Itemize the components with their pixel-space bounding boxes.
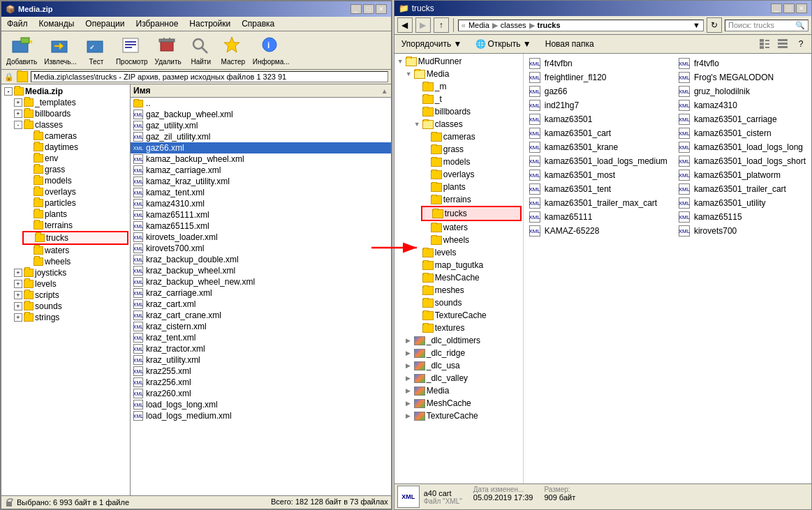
exp-media[interactable]: ▼ Media	[404, 68, 522, 80]
help-button[interactable]: ?	[793, 36, 809, 52]
search-icon[interactable]: 🔍	[795, 21, 805, 30]
table-row[interactable]: XML kamaz63501_load_logs_long	[673, 140, 811, 154]
exp-m[interactable]: _m	[413, 80, 522, 93]
address-classes[interactable]: classes	[499, 21, 528, 29]
list-item[interactable]: XML kraz_cart_crane.xml	[131, 310, 391, 321]
list-item[interactable]: XML kraz_tractor.xml	[131, 343, 391, 354]
find-button[interactable]: Найти	[186, 33, 216, 67]
list-item[interactable]: XML gaz_backup_wheel.xml	[131, 109, 391, 120]
list-item-selected[interactable]: XML gaz66.xml	[131, 142, 391, 153]
tree-particles[interactable]: particles	[22, 197, 128, 209]
right-minimize-button[interactable]: _	[771, 3, 782, 13]
exp-billboards[interactable]: billboards	[413, 105, 522, 118]
tree-expand-root[interactable]: -	[4, 87, 13, 96]
list-item[interactable]: XML gaz_utility.xml	[131, 120, 391, 131]
file-parent-dir[interactable]: ..	[131, 98, 391, 109]
list-item[interactable]: XML kraz_backup_wheel_new.xml	[131, 276, 391, 287]
list-item[interactable]: XML kraz_tent.xml	[131, 332, 391, 343]
exp-media2[interactable]: ▶ Media	[404, 384, 522, 397]
tree-plants[interactable]: plants	[22, 209, 128, 220]
exp-classes[interactable]: ▼ classes	[413, 118, 522, 130]
tree-terrains[interactable]: terrains	[22, 220, 128, 231]
exp-dlc-usa[interactable]: ▶ _dlc_usa	[404, 359, 522, 372]
list-item[interactable]: XML kraz255.xml	[131, 366, 391, 377]
menu-operations[interactable]: Операции	[82, 18, 127, 29]
extract-button[interactable]: Извлечь...	[41, 33, 80, 67]
table-row[interactable]: XML kamaz63501_carriage	[673, 112, 811, 126]
exp-meshcache2[interactable]: ▶ MeshCache	[404, 397, 522, 410]
menu-favorites[interactable]: Избранное	[133, 18, 182, 29]
list-item[interactable]: XML kraz_carriage.xml	[131, 287, 391, 299]
table-row[interactable]: XML fr4tvflo	[673, 57, 811, 70]
table-row[interactable]: XML kamaz63501	[524, 112, 673, 126]
table-row[interactable]: XML gaz66	[524, 84, 673, 98]
list-item[interactable]: XML kraz_utility.xml	[131, 354, 391, 366]
exp-expand-media[interactable]: ▼	[406, 70, 413, 77]
maximize-button[interactable]: □	[363, 4, 374, 14]
list-item[interactable]: XML gaz_zil_utility.xml	[131, 131, 391, 142]
exp-expand-dlc1[interactable]: ▶	[406, 337, 413, 344]
exp-grass[interactable]: grass	[421, 143, 522, 156]
table-row[interactable]: XML kamaz63501_krane	[524, 140, 673, 154]
exp-overlays[interactable]: overlays	[421, 168, 522, 181]
menu-commands[interactable]: Команды	[36, 18, 77, 29]
menu-file[interactable]: Файл	[4, 18, 31, 29]
tree-expand-classes[interactable]: -	[14, 121, 22, 129]
table-row[interactable]: XML kamaz63501_cart	[524, 126, 673, 140]
list-item[interactable]: XML kraz_backup_wheel.xml	[131, 265, 391, 276]
tree-trucks[interactable]: trucks	[22, 231, 128, 245]
list-item[interactable]: XML load_logs_medium.xml	[131, 410, 391, 421]
exp-expand-dlc2[interactable]: ▶	[406, 350, 413, 357]
table-row[interactable]: XML kamaz63501_load_logs_medium	[524, 154, 673, 168]
table-row[interactable]: XML kamaz63501_utility	[673, 196, 811, 210]
list-item[interactable]: XML kamaz_kraz_utility.xml	[131, 176, 391, 187]
tree-scripts[interactable]: + scripts	[13, 290, 128, 301]
exp-expand-texturecache2[interactable]: ▶	[406, 412, 413, 419]
table-row[interactable]: XML kamaz63501_load_logs_short	[673, 154, 811, 168]
exp-texturecache2[interactable]: ▶ TextureCache	[404, 410, 522, 422]
exp-wheels[interactable]: wheels	[421, 234, 522, 246]
test-button[interactable]: ✓ Тест	[81, 33, 112, 67]
exp-dlc-valley[interactable]: ▶ _dlc_valley	[404, 372, 522, 384]
tree-expand-strings[interactable]: +	[14, 313, 22, 322]
new-folder-button[interactable]: Новая папка	[541, 38, 598, 50]
list-item[interactable]: XML kraz256.xml	[131, 377, 391, 388]
menu-help[interactable]: Справка	[239, 18, 277, 29]
file-list-header[interactable]: Имя ▲	[131, 84, 391, 98]
exp-map-tugutka[interactable]: map_tugutka	[413, 259, 522, 271]
tree-levels[interactable]: + levels	[13, 278, 128, 290]
table-row[interactable]: XML KAMAZ-65228	[524, 224, 673, 238]
table-row[interactable]: XML Frog's MEGALODON	[673, 70, 811, 84]
table-row[interactable]: XML kamaz63501_trailer_cart	[673, 182, 811, 196]
table-row[interactable]: XML kamaz65115	[673, 210, 811, 224]
list-item[interactable]: XML kamaz_tent.xml	[131, 187, 391, 198]
list-item[interactable]: XML kamaz65115.xml	[131, 220, 391, 232]
up-button[interactable]: ↑	[434, 17, 449, 33]
list-item[interactable]: XML kraz_cistern.xml	[131, 321, 391, 332]
exp-meshes[interactable]: meshes	[413, 284, 522, 297]
refresh-button[interactable]: ↻	[707, 17, 722, 33]
forward-button[interactable]: ▶	[415, 17, 431, 33]
table-row[interactable]: XML kamaz65111	[524, 210, 673, 224]
list-item[interactable]: XML kirovets700.xml	[131, 243, 391, 254]
tree-wheels[interactable]: wheels	[22, 256, 128, 267]
menu-settings[interactable]: Настройки	[186, 18, 233, 29]
organize-button[interactable]: Упорядочить ▼	[397, 38, 466, 50]
tree-expand-joysticks[interactable]: +	[14, 269, 22, 277]
exp-textures[interactable]: textures	[413, 322, 522, 334]
tree-sounds[interactable]: + sounds	[13, 301, 128, 312]
tree-expand-billboards[interactable]: +	[14, 110, 22, 118]
right-maximize-button[interactable]: □	[783, 3, 795, 13]
tree-overlays[interactable]: overlays	[22, 186, 128, 197]
list-item[interactable]: XML kraz_cart.xml	[131, 299, 391, 310]
exp-models[interactable]: models	[421, 156, 522, 168]
tree-waters[interactable]: waters	[22, 245, 128, 256]
tree-env[interactable]: env	[22, 153, 128, 164]
table-row[interactable]: XML kamaz63501_most	[524, 168, 673, 182]
table-row[interactable]: XML kamaz63501_tent	[524, 182, 673, 196]
view-details-button[interactable]	[757, 36, 772, 52]
back-button[interactable]: ◀	[397, 17, 413, 33]
exp-meshcache[interactable]: MeshCache	[413, 271, 522, 284]
tree-grass[interactable]: grass	[22, 164, 128, 175]
minimize-button[interactable]: _	[350, 4, 362, 14]
